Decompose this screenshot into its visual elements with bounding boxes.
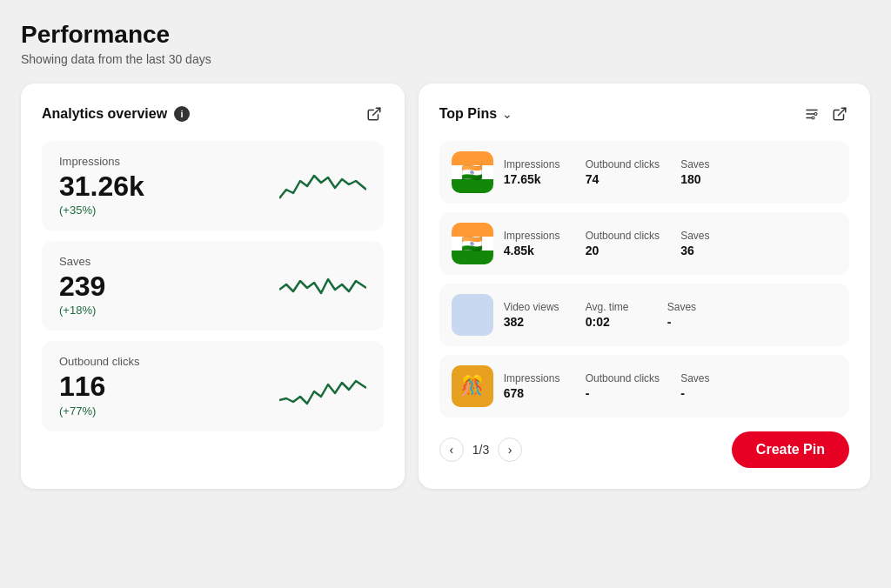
page-indicator: 1/3	[472, 443, 489, 457]
create-pin-button[interactable]: Create Pin	[732, 431, 849, 468]
pin-row: Video views 382 Avg. time 0:02 Saves -	[439, 284, 849, 346]
saves-label: Saves	[59, 255, 105, 268]
outbound-clicks-value: 116	[59, 371, 140, 402]
impressions-card: Impressions 31.26k (+35%)	[42, 141, 384, 231]
impressions-info: Impressions 31.26k (+35%)	[59, 155, 144, 217]
pin-stat-value: 36	[680, 244, 741, 257]
pin-stat-label: Video views	[504, 301, 565, 313]
pin-thumb-colored-4: 🎊	[452, 365, 493, 407]
pin-stat-value: 20	[586, 244, 660, 257]
pin-stat-value: 17.65k	[504, 172, 565, 186]
outbound-clicks-change: (+77%)	[59, 404, 140, 418]
svg-line-6	[839, 108, 846, 115]
outbound-clicks-info: Outbound clicks 116 (+77%)	[59, 355, 140, 417]
page-subtitle: Showing data from the last 30 days	[21, 52, 870, 66]
pin-thumb-2: 🇮🇳	[452, 223, 493, 264]
analytics-header-icons	[365, 104, 384, 124]
pin-stat-label: Outbound clicks	[586, 372, 660, 384]
pin-stat-label: Saves	[680, 372, 741, 384]
pin-stats-3: Video views 382 Avg. time 0:02 Saves -	[504, 301, 837, 329]
pin-thumb-flag-1: 🇮🇳	[452, 151, 493, 193]
top-pins-title: Top Pins	[439, 106, 497, 122]
top-pins-header-icons	[802, 104, 849, 124]
impressions-change: (+35%)	[59, 204, 144, 217]
saves-sparkline	[279, 265, 366, 307]
pin-thumb-blue-3	[452, 294, 493, 336]
pin-stat-value: 382	[504, 315, 565, 329]
pin-stat-label: Impressions	[504, 158, 565, 170]
svg-point-5	[812, 117, 814, 119]
pin-stat: Saves 180	[680, 158, 741, 186]
impressions-label: Impressions	[59, 155, 144, 168]
pin-stat: Video views 382	[504, 301, 565, 329]
pin-stat: Avg. time 0:02	[586, 301, 646, 329]
pin-stat-label: Saves	[680, 158, 741, 170]
prev-page-button[interactable]: ‹	[439, 438, 464, 462]
pin-stats-4: Impressions 678 Outbound clicks - Saves …	[504, 372, 837, 400]
pin-stat: Impressions 17.65k	[504, 158, 565, 186]
impressions-value: 31.26k	[59, 171, 144, 202]
pin-stat-value: -	[680, 386, 741, 400]
saves-info: Saves 239 (+18%)	[59, 255, 105, 317]
pin-stat: Saves -	[667, 301, 728, 329]
pin-thumb-4: 🎊	[452, 365, 493, 407]
pin-stat-value: 678	[504, 386, 565, 400]
pin-stat-label: Avg. time	[586, 301, 646, 313]
svg-point-4	[814, 113, 817, 116]
pin-stats-2: Impressions 4.85k Outbound clicks 20 Sav…	[504, 230, 837, 257]
info-icon[interactable]: i	[174, 106, 190, 122]
pin-stat: Outbound clicks 20	[586, 230, 660, 257]
pin-stat: Impressions 4.85k	[504, 230, 565, 257]
top-pins-panel: Top Pins ⌄	[419, 84, 870, 489]
outbound-clicks-sparkline	[279, 365, 366, 407]
pagination-controls: ‹ 1/3 ›	[439, 438, 522, 462]
analytics-export-button[interactable]	[365, 104, 384, 124]
saves-change: (+18%)	[59, 304, 105, 317]
top-pins-export-button[interactable]	[830, 104, 849, 124]
pin-stat: Saves 36	[680, 230, 741, 257]
analytics-header-left: Analytics overview i	[42, 106, 190, 122]
pin-stat-value: 74	[586, 172, 660, 186]
pin-stat-label: Impressions	[504, 230, 565, 242]
chevron-down-icon: ⌄	[502, 107, 512, 121]
pin-stat-label: Outbound clicks	[586, 230, 660, 242]
pin-stat-label: Outbound clicks	[586, 158, 660, 170]
pin-row: 🇮🇳 Impressions 17.65k Outbound clicks 74…	[439, 141, 849, 204]
pin-stat-value: -	[586, 386, 660, 400]
pin-stats-1: Impressions 17.65k Outbound clicks 74 Sa…	[504, 158, 837, 186]
saves-value: 239	[59, 271, 105, 302]
impressions-sparkline	[279, 165, 366, 207]
pin-stat-value: 180	[680, 172, 741, 186]
pin-thumb-flag-2: 🇮🇳	[452, 223, 493, 264]
pin-stat-label: Saves	[680, 230, 741, 242]
next-page-button[interactable]: ›	[498, 438, 522, 462]
svg-line-0	[372, 108, 379, 115]
pagination: ‹ 1/3 › Create Pin	[439, 431, 849, 468]
analytics-panel: Analytics overview i Impressi	[21, 84, 405, 489]
saves-card: Saves 239 (+18%)	[42, 241, 384, 331]
top-pins-header: Top Pins ⌄	[439, 104, 849, 124]
top-pins-filter-button[interactable]	[802, 104, 821, 124]
pin-stat: Saves -	[680, 372, 741, 400]
pin-stat-value: 4.85k	[504, 244, 565, 257]
pin-stat-label: Saves	[667, 301, 728, 313]
pin-thumb-1: 🇮🇳	[452, 151, 493, 193]
pin-row: 🇮🇳 Impressions 4.85k Outbound clicks 20 …	[439, 212, 849, 275]
pin-stat: Outbound clicks 74	[586, 158, 660, 186]
pin-stat: Outbound clicks -	[586, 372, 660, 400]
pin-row: 🎊 Impressions 678 Outbound clicks - Save…	[439, 355, 849, 418]
pin-stat-label: Impressions	[504, 372, 565, 384]
pin-stat-value: -	[667, 315, 728, 329]
outbound-clicks-card: Outbound clicks 116 (+77%)	[42, 341, 384, 431]
pin-stat-value: 0:02	[586, 315, 646, 329]
top-pins-header-left[interactable]: Top Pins ⌄	[439, 106, 512, 122]
pin-stat: Impressions 678	[504, 372, 565, 400]
analytics-title: Analytics overview	[42, 106, 167, 122]
outbound-clicks-label: Outbound clicks	[59, 355, 140, 368]
page-title: Performance	[21, 21, 870, 49]
pin-thumb-3	[452, 294, 493, 336]
analytics-header: Analytics overview i	[42, 104, 384, 124]
